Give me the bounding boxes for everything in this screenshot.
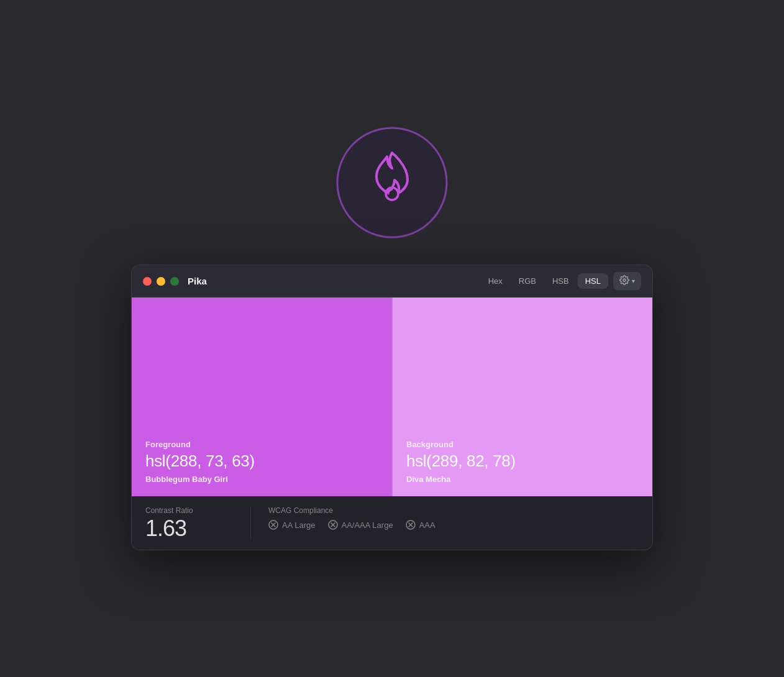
tab-hsb[interactable]: HSB [545,273,577,289]
wcag-label: WCAG Compliance [268,506,435,515]
color-panels: Foreground hsl(288, 73, 63) Bubblegum Ba… [132,298,652,496]
titlebar: Pika Hex RGB HSB HSL ▾ [132,265,652,298]
wcag-fail-icon-aa-large [268,520,278,530]
foreground-value: hsl(288, 73, 63) [145,452,378,471]
background-color-name: Diva Mecha [406,475,639,484]
wcag-aa-large: AA Large [268,520,316,530]
app-window: Pika Hex RGB HSB HSL ▾ Foreground hsl(28… [131,265,653,550]
window-title: Pika [188,276,481,286]
wcag-section: WCAG Compliance AA Large [268,506,435,530]
background-panel[interactable]: Background hsl(289, 82, 78) Diva Mecha [393,298,652,496]
contrast-ratio-section: Contrast Ratio 1.63 [145,506,251,540]
foreground-color-name: Bubblegum Baby Girl [145,475,378,484]
contrast-ratio-label: Contrast Ratio [145,506,233,515]
maximize-button[interactable] [170,277,179,286]
app-icon-wrapper [336,127,448,241]
chevron-down-icon: ▾ [632,278,635,284]
close-button[interactable] [143,277,152,286]
pika-app-icon [336,127,448,239]
foreground-label: Foreground [145,440,378,449]
background-value: hsl(289, 82, 78) [406,452,639,471]
tab-hex[interactable]: Hex [481,273,510,289]
background-label: Background [406,440,639,449]
traffic-lights [143,277,179,286]
foreground-panel[interactable]: Foreground hsl(288, 73, 63) Bubblegum Ba… [132,298,393,496]
wcag-items: AA Large AA/AAA Large [268,520,435,530]
wcag-fail-icon-aaa [406,520,416,530]
svg-point-0 [337,128,447,237]
gear-icon [619,275,629,287]
wcag-aa-aaa-large-label: AA/AAA Large [342,520,393,530]
settings-button[interactable]: ▾ [613,272,641,290]
wcag-aa-aaa-large: AA/AAA Large [328,520,393,530]
wcag-aaa-label: AAA [419,520,435,530]
minimize-button[interactable] [157,277,165,286]
bottom-bar: Contrast Ratio 1.63 WCAG Compliance AA L… [132,496,652,550]
wcag-fail-icon-aa-aaa-large [328,520,338,530]
tab-hsl[interactable]: HSL [578,273,608,289]
contrast-ratio-value: 1.63 [145,517,233,540]
wcag-aa-large-label: AA Large [282,520,316,530]
format-tabs: Hex RGB HSB HSL [481,273,608,289]
tab-rgb[interactable]: RGB [511,273,544,289]
wcag-aaa: AAA [406,520,435,530]
